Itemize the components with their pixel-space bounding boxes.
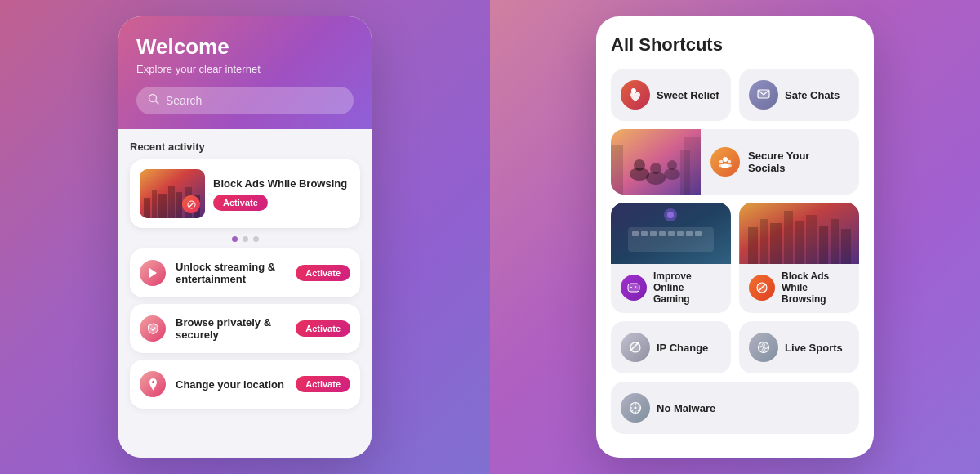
svg-rect-53 [795, 221, 804, 264]
svg-point-13 [152, 381, 154, 383]
shortcut-sweet-relief[interactable]: Sweet Relief [611, 69, 731, 121]
svg-point-63 [637, 342, 639, 345]
list-item-privacy[interactable]: Browse privately & securely Activate [130, 304, 360, 353]
welcome-subtitle: Explore your clear internet [136, 63, 354, 75]
live-sports-icon [749, 333, 778, 362]
svg-point-17 [634, 159, 645, 171]
streaming-activate-button[interactable]: Activate [296, 265, 350, 281]
svg-rect-52 [784, 211, 793, 264]
gaming-label: Improve Online Gaming [653, 271, 721, 305]
shortcuts-card: All Shortcuts Sweet Relief [596, 16, 874, 458]
svg-rect-40 [695, 231, 702, 236]
svg-rect-4 [152, 190, 157, 218]
shortcut-ip-change[interactable]: IP Change [611, 321, 731, 373]
secure-socials-icon [710, 147, 740, 177]
ip-change-label: IP Change [657, 342, 708, 354]
dot-1[interactable] [232, 236, 238, 242]
no-malware-icon [621, 393, 650, 423]
carousel-activate-button[interactable]: Activate [213, 195, 268, 211]
location-icon [140, 371, 166, 397]
svg-line-11 [189, 202, 194, 208]
search-input[interactable] [166, 94, 342, 107]
svg-rect-33 [632, 231, 639, 236]
svg-rect-38 [677, 231, 684, 236]
streaming-icon [140, 260, 166, 286]
phone-header: Welcome Explore your clear internet [118, 16, 372, 129]
ip-change-icon [621, 333, 650, 362]
svg-rect-6 [168, 186, 175, 218]
svg-rect-50 [760, 219, 768, 264]
svg-rect-3 [144, 198, 150, 218]
svg-rect-32 [628, 227, 714, 252]
shortcut-secure-socials[interactable]: Secure Your Socials [611, 129, 859, 195]
svg-rect-39 [686, 231, 693, 236]
carousel-image [140, 169, 205, 218]
search-bar[interactable] [136, 87, 354, 114]
dot-2[interactable] [243, 236, 248, 242]
svg-rect-5 [158, 194, 167, 218]
privacy-activate-button[interactable]: Activate [296, 320, 350, 337]
svg-point-62 [630, 349, 633, 351]
carousel-icon-overlay [182, 195, 200, 213]
svg-point-20 [664, 168, 680, 180]
svg-rect-7 [176, 192, 182, 218]
svg-point-21 [667, 160, 677, 170]
carousel-item-title: Block Ads While Browsing [213, 177, 350, 190]
streaming-label: Unlock streaming & entertainment [176, 261, 286, 285]
dot-3[interactable] [253, 236, 259, 242]
list-item-streaming[interactable]: Unlock streaming & entertainment Activat… [130, 248, 360, 297]
svg-rect-22 [611, 145, 623, 195]
svg-rect-57 [841, 229, 851, 264]
svg-point-47 [636, 288, 638, 289]
shortcut-safe-chats[interactable]: Safe Chats [739, 69, 859, 121]
safe-chats-icon [749, 80, 778, 110]
svg-point-66 [635, 407, 637, 409]
carousel-dots [130, 236, 360, 242]
svg-point-42 [667, 212, 674, 218]
left-panel: Welcome Explore your clear internet Rece… [0, 0, 490, 474]
location-label: Change your location [176, 378, 286, 391]
privacy-label: Browse privately & securely [176, 316, 286, 341]
list-item-location[interactable]: Change your location Activate [130, 360, 360, 409]
svg-line-1 [156, 101, 159, 105]
svg-point-46 [635, 286, 637, 288]
gaming-icon [621, 275, 647, 301]
shortcuts-title: All Shortcuts [611, 34, 859, 56]
right-panel: All Shortcuts Sweet Relief [490, 0, 980, 474]
phone-card-left: Welcome Explore your clear internet Rece… [118, 16, 372, 458]
ads-label: Block Ads While Browsing [782, 271, 849, 305]
ads-footer: Block Ads While Browsing [739, 264, 859, 313]
svg-rect-37 [668, 231, 675, 236]
recent-activity-label: Recent activity [130, 141, 360, 153]
svg-rect-24 [680, 150, 690, 195]
ads-image [739, 203, 859, 264]
svg-point-30 [727, 164, 732, 168]
secure-socials-content: Secure Your Socials [701, 129, 859, 195]
gaming-image [611, 203, 731, 264]
svg-point-27 [728, 160, 731, 163]
svg-point-19 [650, 163, 662, 174]
svg-point-25 [723, 157, 728, 162]
phone-body: Recent activity [118, 129, 372, 458]
svg-rect-51 [770, 223, 782, 264]
svg-rect-55 [819, 226, 828, 264]
shortcut-block-ads[interactable]: Block Ads While Browsing [739, 203, 859, 313]
location-activate-button[interactable]: Activate [296, 376, 350, 392]
svg-rect-36 [659, 231, 666, 236]
shortcuts-grid: Sweet Relief Safe Chats [611, 69, 859, 434]
svg-rect-43 [628, 284, 639, 292]
sweet-relief-label: Sweet Relief [657, 89, 719, 101]
shortcut-no-malware[interactable]: No Malware [611, 382, 859, 434]
carousel-card: Block Ads While Browsing Activate [130, 159, 360, 228]
gaming-footer: Improve Online Gaming [611, 264, 731, 313]
live-sports-label: Live Sports [785, 342, 843, 354]
no-malware-label: No Malware [657, 402, 715, 414]
secure-socials-image [611, 129, 701, 195]
svg-rect-34 [641, 231, 648, 236]
svg-marker-12 [149, 268, 157, 278]
svg-rect-54 [806, 215, 817, 264]
svg-rect-49 [748, 227, 758, 264]
safe-chats-label: Safe Chats [785, 89, 840, 101]
shortcut-gaming[interactable]: Improve Online Gaming [611, 203, 731, 313]
shortcut-live-sports[interactable]: Live Sports [739, 321, 859, 373]
